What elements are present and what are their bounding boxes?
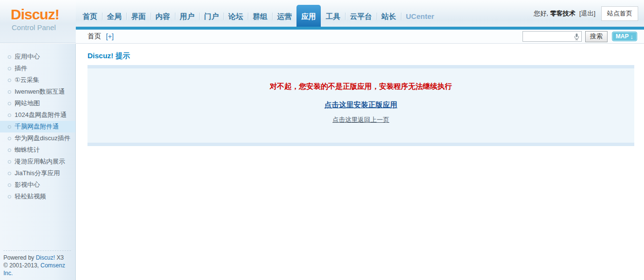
go-back-link[interactable]: 点击这里返回上一页	[87, 115, 634, 124]
discuz-link[interactable]: Discuz!	[36, 254, 55, 261]
tab-app-active[interactable]: 应用	[296, 5, 321, 27]
sidebar-item-easy-video[interactable]: 轻松贴视频	[0, 191, 75, 202]
map-button[interactable]: MAP↓	[612, 32, 637, 41]
tab-webmaster[interactable]: 站长	[377, 5, 401, 27]
sidebar-item-manyou-display[interactable]: 漫游应用帖内展示	[0, 156, 75, 167]
down-arrow-icon: ↓	[630, 33, 634, 40]
user-bar: 您好, 零客技术 [退出] 站点首页	[534, 6, 638, 21]
sidebar-item-cloud-collect[interactable]: ①云采集	[0, 74, 75, 86]
tab-forum[interactable]: 论坛	[224, 5, 248, 27]
sidebar-menu: 应用中心 插件 ①云采集 Iwenwen数据互通 网站地图 1024盘网盘附件通…	[0, 44, 75, 202]
tab-home[interactable]: 首页	[78, 5, 102, 27]
sidebar-item-plugins[interactable]: 插件	[0, 63, 75, 74]
tab-operation[interactable]: 运营	[272, 5, 296, 27]
error-message: 对不起，您安装的不是正版应用，安装程序无法继续执行	[87, 82, 634, 91]
greeting-text: 您好,	[534, 9, 548, 18]
search-area: 搜索 MAP↓	[522, 31, 637, 42]
install-genuine-app-link[interactable]: 点击这里安装正版应用	[325, 100, 398, 110]
tab-content[interactable]: 内容	[151, 5, 175, 27]
search-input[interactable]	[522, 31, 582, 42]
site-home-button[interactable]: 站点首页	[601, 6, 638, 21]
tab-cloud[interactable]: 云平台	[345, 5, 377, 27]
tab-group[interactable]: 群组	[248, 5, 272, 27]
tab-global[interactable]: 全局	[102, 5, 126, 27]
sidebar-item-iwenwen[interactable]: Iwenwen数据互通	[0, 86, 75, 98]
sidebar-item-spider-stats[interactable]: 蜘蛛统计	[0, 144, 75, 156]
notice-box-bottom-edge	[87, 143, 634, 146]
top-navigation: 首页 全局 界面 内容 用户 门户 论坛 群组 运营 应用 工具 云平台 站长 …	[78, 5, 439, 27]
tab-user[interactable]: 用户	[175, 5, 199, 27]
toolbar: 首页 [+] 搜索 MAP↓	[76, 30, 644, 44]
control-panel-subtitle: Control Panel	[12, 23, 76, 32]
sidebar-footer: Powered by Discuz! X3 © 2001-2013, Comse…	[3, 250, 71, 277]
page-title: Discuz! 提示	[87, 51, 644, 61]
header: 首页 全局 界面 内容 用户 门户 论坛 群组 运营 应用 工具 云平台 站长 …	[76, 0, 644, 27]
copyright-prefix: © 2001-2013,	[3, 262, 40, 269]
powered-by-line: Powered by Discuz! X3	[3, 254, 71, 262]
notice-box-top-edge	[87, 65, 634, 68]
tab-portal[interactable]: 门户	[199, 5, 224, 27]
powered-suffix: X3	[55, 254, 64, 261]
copyright-line: © 2001-2013, Comsenz Inc.	[3, 262, 71, 277]
tab-tools[interactable]: 工具	[321, 5, 345, 27]
powered-prefix: Powered by	[3, 254, 36, 261]
sidebar: 应用中心 插件 ①云采集 Iwenwen数据互通 网站地图 1024盘网盘附件通…	[0, 44, 76, 280]
sidebar-item-app-center[interactable]: 应用中心	[0, 51, 75, 63]
search-button[interactable]: 搜索	[585, 31, 608, 42]
sidebar-item-huawei-pan[interactable]: 华为网盘discuz插件	[0, 132, 75, 144]
main-content: Discuz! 提示 对不起，您安装的不是正版应用，安装程序无法继续执行 点击这…	[76, 44, 644, 280]
map-button-label: MAP	[616, 33, 629, 40]
breadcrumb-home-link[interactable]: 首页	[87, 32, 101, 41]
logo-panel: Discuz! Control Panel	[0, 0, 76, 43]
logout-link[interactable]: [退出]	[579, 9, 595, 18]
notice-box: 对不起，您安装的不是正版应用，安装程序无法继续执行 点击这里安装正版应用 点击这…	[87, 65, 634, 146]
sidebar-item-qiannao-active[interactable]: 千脑网盘附件通	[0, 121, 75, 132]
notice-body: 对不起，您安装的不是正版应用，安装程序无法继续执行 点击这里安装正版应用 点击这…	[87, 68, 634, 143]
tab-interface[interactable]: 界面	[126, 5, 151, 27]
breadcrumb-add-button[interactable]: [+]	[106, 33, 114, 40]
sidebar-item-1024pan[interactable]: 1024盘网盘附件通	[0, 109, 75, 121]
tab-ucenter[interactable]: UCenter	[401, 5, 439, 27]
current-username: 零客技术	[550, 9, 575, 18]
sidebar-item-sitemap[interactable]: 网站地图	[0, 98, 75, 109]
voice-search-icon[interactable]	[574, 33, 580, 42]
sidebar-item-jiathis[interactable]: JiaThis分享应用	[0, 167, 75, 179]
discuz-logo: Discuz!	[11, 6, 76, 23]
sidebar-item-movie-center[interactable]: 影视中心	[0, 179, 75, 191]
